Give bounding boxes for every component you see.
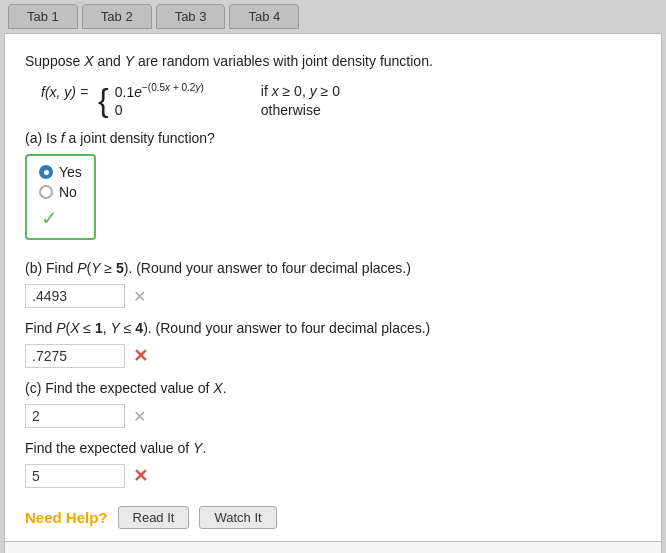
radio-group: Yes No [39,164,82,200]
radio-no-circle[interactable] [39,185,53,199]
radio-no[interactable]: No [39,184,82,200]
formula-case-1: 0.1e−(0.5x + 0.2y) if x ≥ 0, y ≥ 0 [115,82,340,100]
radio-yes[interactable]: Yes [39,164,82,180]
part-b-input-row1: ✕ [25,284,641,308]
tab-3[interactable]: Tab 3 [156,4,226,29]
checkmark-icon: ✓ [41,206,82,230]
part-b-question2: Find P(X ≤ 1, Y ≤ 4). (Round your answer… [25,320,641,336]
radio-yes-circle[interactable] [39,165,53,179]
radio-no-label: No [59,184,77,200]
radio-yes-label: Yes [59,164,82,180]
part-c-question1: (c) Find the expected value of X. [25,380,641,396]
part-b-answer1-input[interactable] [25,284,125,308]
case1-expr: 0.1e−(0.5x + 0.2y) [115,82,245,100]
case2-condition: otherwise [261,102,321,118]
part-c-answer1-input[interactable] [25,404,125,428]
read-it-button[interactable]: Read It [118,506,190,529]
part-b-status2-icon: ✕ [133,345,148,367]
part-c-status2-icon: ✕ [133,465,148,487]
part-b-question1: (b) Find P(Y ≥ 5). (Round your answer to… [25,260,641,276]
part-b-status1-icon: ✕ [133,287,146,306]
part-c-input-row1: ✕ [25,404,641,428]
part-b-input-row2: ✕ [25,344,641,368]
footer-bar: Viewing Saved Work Revert to Last Respon… [4,542,662,553]
formula-cases: 0.1e−(0.5x + 0.2y) if x ≥ 0, y ≥ 0 0 oth… [115,82,340,118]
part-a-answer-box: Yes No ✓ [25,154,96,240]
watch-it-button[interactable]: Watch It [199,506,276,529]
case1-condition: if x ≥ 0, y ≥ 0 [261,83,340,99]
part-b-answer2-input[interactable] [25,344,125,368]
tab-2[interactable]: Tab 2 [82,4,152,29]
need-help-bar: Need Help? Read It Watch It [25,496,641,541]
part-c-input-row2: ✕ [25,464,641,488]
formula: f(x, y) = { 0.1e−(0.5x + 0.2y) if x ≥ 0,… [41,82,641,118]
part-c-status1-icon: ✕ [133,407,146,426]
formula-case-2: 0 otherwise [115,102,340,118]
part-a-question: (a) Is f a joint density function? [25,130,641,146]
problem-intro: Suppose X and Y are random variables wit… [25,50,641,72]
brace-symbol: { [98,84,109,116]
part-c-question2: Find the expected value of Y. [25,440,641,456]
tab-1[interactable]: Tab 1 [8,4,78,29]
formula-lhs: f(x, y) = [41,82,88,100]
main-content: Suppose X and Y are random variables wit… [4,33,662,542]
case2-expr: 0 [115,102,245,118]
need-help-label: Need Help? [25,509,108,526]
part-c-answer2-input[interactable] [25,464,125,488]
tab-4[interactable]: Tab 4 [229,4,299,29]
